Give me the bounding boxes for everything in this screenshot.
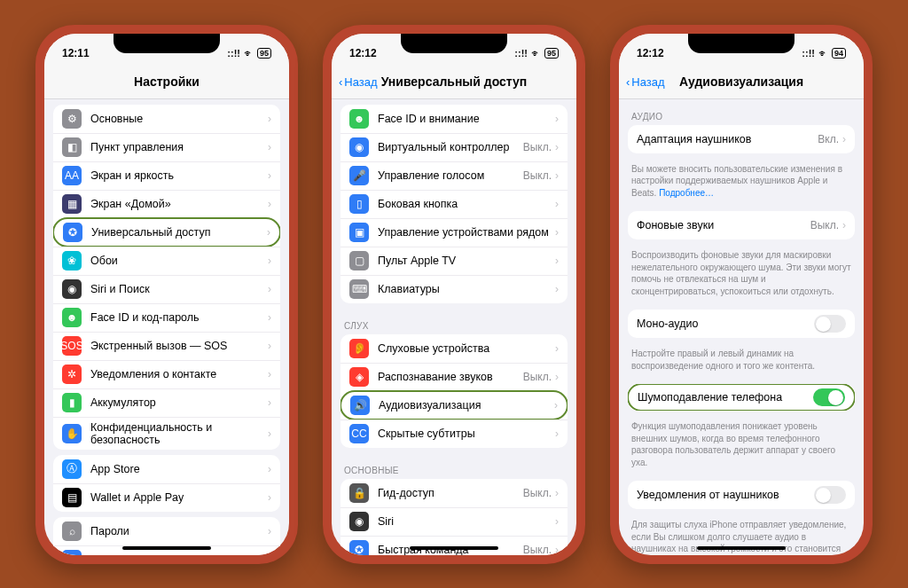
settings-row[interactable]: ◉Виртуальный контроллерВыкл.›: [340, 133, 568, 161]
row-label: Экстренный вызов — SOS: [90, 340, 268, 352]
mail-icon: ✉: [62, 550, 82, 555]
page-title: Универсальный доступ: [381, 74, 528, 89]
navbar: Настройки: [44, 66, 289, 99]
settings-row[interactable]: ✋Конфиденциальность и безопасность›: [53, 417, 280, 450]
home-indicator[interactable]: [410, 546, 498, 550]
accessibility-list[interactable]: ☻Face ID и внимание›◉Виртуальный контрол…: [332, 99, 576, 555]
settings-row[interactable]: ✪Универсальный доступ›: [53, 217, 280, 247]
row-label: Аккумулятор: [90, 396, 268, 409]
chevron-right-icon: ›: [555, 487, 559, 499]
row-label: Распознавание звуков: [378, 371, 523, 383]
chevron-right-icon: ›: [555, 371, 559, 383]
row-value: Выкл.: [810, 219, 839, 231]
settings-row[interactable]: SOSЭкстренный вызов — SOS›: [53, 332, 280, 360]
chevron-right-icon: ›: [555, 198, 559, 210]
row-value: Выкл.: [523, 544, 552, 555]
section-footer: Настройте правый и левый динамик на восп…: [619, 343, 864, 379]
settings-row[interactable]: ▦Экран «Домой»›: [53, 190, 280, 218]
toggle[interactable]: [814, 315, 846, 333]
home-indicator[interactable]: [697, 546, 786, 550]
settings-row[interactable]: Адаптация наушниковВкл.›: [628, 125, 855, 153]
gear-icon: ⚙: [62, 109, 82, 129]
settings-row[interactable]: ❀Обои›: [53, 247, 280, 275]
row-value: Выкл.: [523, 487, 552, 499]
side-icon: ▯: [349, 194, 369, 214]
row-label: Слуховые устройства: [378, 342, 555, 355]
settings-row[interactable]: Уведомления от наушников: [628, 481, 855, 509]
settings-row[interactable]: ✲Уведомления о контакте›: [53, 360, 280, 388]
settings-row[interactable]: Моно-аудио: [628, 310, 855, 338]
page-title: Аудиовизуализация: [679, 74, 803, 89]
row-label: Основные: [90, 113, 268, 125]
row-label: Wallet и Apple Pay: [90, 491, 268, 504]
time: 12:12: [637, 47, 664, 59]
settings-row[interactable]: ⒶApp Store›: [53, 455, 280, 483]
faceid-icon: ☻: [62, 308, 82, 327]
settings-row[interactable]: ⌕Пароли›: [53, 517, 280, 545]
back-button[interactable]: ‹ Назад: [339, 75, 378, 89]
phone-settings: 12:11 ::!! ᯤ 95 Настройки ⚙Основные›◧Пун…: [35, 25, 298, 564]
battery-icon: 94: [832, 48, 846, 59]
section-header: СЛУХ: [332, 309, 576, 334]
notch: [114, 34, 220, 53]
chevron-right-icon: ›: [842, 219, 846, 231]
home-indicator[interactable]: [122, 546, 211, 550]
settings-row[interactable]: 🔊Аудиовизуализация›: [340, 390, 568, 420]
settings-row[interactable]: ◉Siri и Поиск›: [53, 275, 280, 303]
battery-icon: 95: [257, 48, 271, 59]
wallet-icon: ▤: [62, 488, 82, 507]
chevron-right-icon: ›: [268, 463, 271, 475]
navbar: ‹ Назад Универсальный доступ: [332, 66, 576, 99]
chevron-right-icon: ›: [268, 396, 271, 409]
settings-row[interactable]: 👂Слуховые устройства›: [340, 334, 568, 363]
chevron-right-icon: ›: [555, 283, 559, 295]
back-button[interactable]: ‹ Назад: [626, 75, 665, 89]
settings-list[interactable]: ⚙Основные›◧Пункт управления›AAЭкран и яр…: [44, 99, 289, 555]
settings-row[interactable]: ▢Пульт Apple TV›: [340, 247, 568, 275]
tv-icon: ▢: [349, 251, 369, 270]
settings-row[interactable]: ▣Управление устройствами рядом›: [340, 218, 568, 247]
settings-row[interactable]: Шумоподавление телефона: [628, 384, 855, 411]
settings-row[interactable]: ▤Wallet и Apple Pay›: [53, 483, 280, 512]
settings-row[interactable]: 🔒Гид-доступВыкл.›: [340, 479, 568, 507]
chevron-right-icon: ›: [268, 141, 271, 153]
settings-row[interactable]: ◈Распознавание звуковВыкл.›: [340, 363, 568, 391]
settings-row[interactable]: ◉Siri›: [340, 507, 568, 536]
settings-row[interactable]: ⚙Основные›: [53, 105, 280, 133]
row-label: Клавиатуры: [378, 283, 555, 295]
settings-row[interactable]: ▮Аккумулятор›: [53, 388, 280, 417]
chevron-right-icon: ›: [555, 427, 559, 440]
settings-row[interactable]: ✪Быстрая командаВыкл.›: [340, 536, 568, 555]
settings-row[interactable]: ◧Пункт управления›: [53, 133, 280, 161]
row-label: Face ID и внимание: [378, 113, 555, 125]
settings-row[interactable]: Фоновые звукиВыкл.›: [628, 211, 855, 239]
row-label: Siri и Поиск: [90, 283, 268, 295]
chevron-right-icon: ›: [268, 368, 271, 380]
learn-more-link[interactable]: Подробнее…: [659, 188, 714, 198]
notch: [688, 34, 794, 53]
section-header: ОСНОВНЫЕ: [332, 453, 576, 479]
settings-row[interactable]: CCСкрытые субтитры›: [340, 419, 568, 448]
row-label: Виртуальный контроллер: [378, 141, 523, 153]
settings-row[interactable]: ▯Боковая кнопка›: [340, 190, 568, 218]
settings-row[interactable]: ⌨Клавиатуры›: [340, 275, 568, 303]
chevron-right-icon: ›: [555, 515, 559, 528]
face-icon: ☻: [349, 109, 369, 129]
settings-row[interactable]: ☻Face ID и внимание›: [340, 105, 568, 133]
row-label: Почта: [90, 553, 268, 555]
contact-icon: ✲: [62, 365, 82, 384]
sos-icon: SOS: [62, 336, 82, 356]
settings-row[interactable]: AAЭкран и яркость›: [53, 161, 280, 190]
battery-icon: ▮: [62, 393, 82, 412]
row-label: Фоновые звуки: [637, 219, 810, 231]
toggle[interactable]: [814, 486, 846, 504]
settings-row[interactable]: ☻Face ID и код-пароль›: [53, 303, 280, 332]
chevron-right-icon: ›: [268, 427, 271, 440]
audio-icon: 🔊: [350, 396, 370, 415]
chevron-right-icon: ›: [268, 525, 271, 537]
settings-row[interactable]: 🎤Управление голосомВыкл.›: [340, 161, 568, 190]
row-value: Вкл.: [818, 133, 839, 145]
toggle[interactable]: [813, 388, 845, 406]
row-label: Face ID и код-пароль: [90, 311, 268, 324]
audiovisual-list[interactable]: АУДИОАдаптация наушниковВкл.›Вы можете в…: [619, 99, 864, 555]
